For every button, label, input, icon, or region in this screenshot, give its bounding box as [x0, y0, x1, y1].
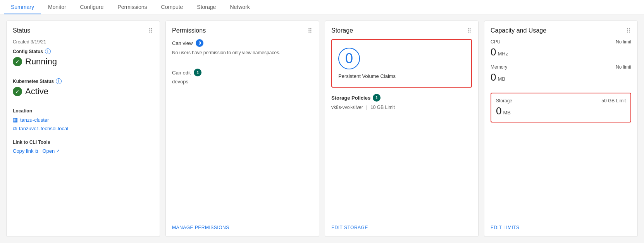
- manage-permissions-button[interactable]: MANAGE PERMISSIONS: [172, 225, 229, 230]
- cpu-header: CPU No limit: [491, 39, 631, 45]
- status-drag-handle[interactable]: ⠿: [148, 27, 153, 35]
- config-status-info-icon[interactable]: i: [45, 48, 51, 54]
- storage-policies-title: Storage Policies 1: [331, 94, 472, 102]
- policy-name: vk8s-vvol-silver: [331, 105, 363, 110]
- location-label: Location: [13, 108, 153, 114]
- can-edit-row: Can edit 1: [172, 69, 313, 76]
- kubernetes-status-label: Kubernetes Status i: [13, 78, 153, 84]
- cli-links: Copy link ⧉ Open ↗: [13, 148, 153, 154]
- memory-header: Memory No limit: [491, 64, 631, 70]
- open-link-button[interactable]: Open ↗: [42, 148, 60, 154]
- main-content: Status ⠿ Created 3/19/21 Config Status i…: [0, 14, 644, 243]
- storage-usage-limit: 50 GB Limit: [601, 98, 626, 104]
- tab-storage[interactable]: Storage: [190, 0, 223, 14]
- tab-configure[interactable]: Configure: [73, 0, 111, 14]
- memory-value-row: 0 MB: [491, 71, 631, 83]
- tab-permissions[interactable]: Permissions: [110, 0, 154, 14]
- storage-card-title: Storage: [331, 27, 353, 34]
- copy-icon: ⧉: [35, 148, 38, 154]
- cli-label: Link to CLI Tools: [13, 140, 153, 145]
- kubernetes-status-check-icon: ✓: [13, 87, 22, 96]
- can-view-row: Can view 0: [172, 39, 313, 47]
- storage-usage-header: Storage 50 GB Limit: [496, 98, 626, 104]
- policy-row: vk8s-vvol-silver | 10 GB Limit: [331, 105, 472, 110]
- pvc-count: 0: [338, 48, 360, 69]
- capacity-card-title: Capacity and Usage: [491, 27, 546, 34]
- capacity-drag-handle[interactable]: ⠿: [626, 27, 631, 35]
- status-card: Status ⠿ Created 3/19/21 Config Status i…: [6, 21, 160, 237]
- vc-icon: ⧉: [13, 125, 17, 132]
- capacity-card-header: Capacity and Usage ⠿: [491, 27, 631, 35]
- tab-summary[interactable]: Summary: [4, 0, 41, 14]
- kubernetes-status-info-icon[interactable]: i: [56, 78, 62, 84]
- memory-limit: No limit: [616, 64, 631, 70]
- policy-limit: 10 GB Limit: [370, 105, 395, 110]
- location-vc-link[interactable]: ⧉ tanzuvc1.techsol.local: [13, 125, 153, 132]
- capacity-card-footer: EDIT LIMITS: [491, 218, 631, 230]
- can-edit-section: Can edit 1 devops: [172, 69, 313, 85]
- external-link-icon: ↗: [56, 148, 60, 154]
- can-edit-badge: 1: [194, 69, 201, 76]
- storage-usage-unit: MB: [503, 110, 511, 116]
- storage-card: Storage ⠿ 0 Persistent Volume Claims Sto…: [325, 21, 479, 237]
- config-status-label: Config Status i: [13, 48, 153, 54]
- status-card-header: Status ⠿: [13, 27, 153, 35]
- permissions-card: Permissions ⠿ Can view 0 No users have p…: [165, 21, 319, 237]
- permissions-card-header: Permissions ⠿: [172, 27, 313, 35]
- cpu-label: CPU: [491, 39, 500, 45]
- permissions-card-title: Permissions: [172, 27, 206, 34]
- can-view-badge: 0: [196, 39, 203, 47]
- status-created: Created 3/19/21: [13, 39, 153, 45]
- memory-unit: MB: [498, 76, 505, 82]
- cluster-icon: ▦: [13, 117, 18, 123]
- location-cluster-link[interactable]: ▦ tanzu-cluster: [13, 117, 153, 123]
- edit-storage-button[interactable]: EDIT STORAGE: [331, 225, 368, 230]
- can-view-section: Can view 0 No users have permission to o…: [172, 39, 313, 62]
- memory-value: 0: [491, 71, 496, 83]
- status-card-title: Status: [13, 27, 30, 34]
- can-view-desc: No users have permission to only view na…: [172, 49, 313, 56]
- edit-limits-button[interactable]: EDIT LIMITS: [491, 225, 520, 230]
- memory-row: Memory No limit 0 MB: [491, 64, 631, 83]
- kubernetes-status-section: Kubernetes Status i ✓ Active: [13, 78, 153, 102]
- config-status-value: ✓ Running: [13, 57, 153, 67]
- tab-compute[interactable]: Compute: [154, 0, 190, 14]
- config-status-check-icon: ✓: [13, 57, 22, 66]
- kubernetes-status-value: ✓ Active: [13, 86, 153, 97]
- capacity-card: Capacity and Usage ⠿ CPU No limit 0 MHz …: [484, 21, 638, 237]
- storage-usage-value: 0: [496, 105, 501, 117]
- cpu-row: CPU No limit 0 MHz: [491, 39, 631, 58]
- permissions-drag-handle[interactable]: ⠿: [308, 27, 313, 35]
- cpu-limit: No limit: [616, 39, 631, 45]
- policy-separator: |: [366, 105, 367, 110]
- tab-bar: Summary Monitor Configure Permissions Co…: [0, 0, 644, 14]
- tab-network[interactable]: Network: [223, 0, 257, 14]
- storage-usage-box: Storage 50 GB Limit 0 MB: [491, 93, 631, 122]
- policies-badge: 1: [373, 94, 381, 102]
- cpu-value-row: 0 MHz: [491, 46, 631, 58]
- storage-drag-handle[interactable]: ⠿: [467, 27, 472, 35]
- copy-link-button[interactable]: Copy link ⧉: [13, 148, 38, 154]
- cpu-unit: MHz: [498, 51, 508, 57]
- cpu-value: 0: [491, 46, 496, 58]
- can-edit-name: devops: [172, 79, 313, 85]
- storage-card-header: Storage ⠿: [331, 27, 472, 35]
- tab-monitor[interactable]: Monitor: [41, 0, 73, 14]
- permissions-card-footer: MANAGE PERMISSIONS: [172, 218, 313, 230]
- storage-usage-value-row: 0 MB: [496, 105, 626, 117]
- config-status-section: Config Status i ✓ Running: [13, 48, 153, 72]
- storage-card-footer: EDIT STORAGE: [331, 218, 472, 230]
- pvc-box: 0 Persistent Volume Claims: [331, 39, 472, 88]
- pvc-label: Persistent Volume Claims: [338, 73, 396, 79]
- storage-usage-label: Storage: [496, 98, 512, 104]
- memory-label: Memory: [491, 64, 507, 70]
